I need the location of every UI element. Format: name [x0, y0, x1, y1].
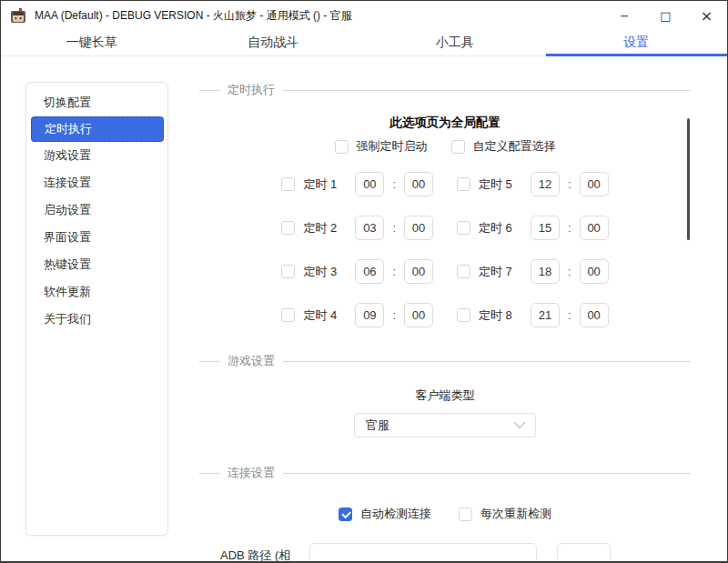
minimize-button[interactable]: −: [604, 1, 645, 30]
maximize-button[interactable]: □: [645, 1, 686, 30]
force-scheduled-start-label: 强制定时启动: [357, 138, 428, 155]
tab-tools[interactable]: 小工具: [364, 30, 546, 55]
connection-section-title: 连接设置: [228, 465, 275, 481]
timer-6-checkbox[interactable]: [457, 221, 470, 235]
force-scheduled-start-checkbox[interactable]: [335, 140, 349, 154]
timer-section-header: 定时执行: [199, 56, 691, 98]
sidebar-item-timer[interactable]: 定时执行: [31, 116, 164, 142]
timer-7-row: 定时 7 :: [457, 259, 609, 284]
divider-line: [283, 473, 691, 474]
timer-1-hour-input[interactable]: [355, 172, 384, 196]
timer-4-row: 定时 4 :: [281, 303, 433, 327]
auto-detect-connection-option[interactable]: 自动检测连接: [339, 506, 431, 522]
adb-path-browse-button[interactable]: [557, 543, 611, 562]
sidebar-item-switch-config[interactable]: 切换配置: [26, 89, 167, 116]
tab-copilot[interactable]: 自动战斗: [183, 30, 365, 55]
timer-7-checkbox[interactable]: [457, 265, 470, 278]
timer-7-minute-input[interactable]: [580, 259, 609, 284]
redetect-every-time-option[interactable]: 每次重新检测: [459, 506, 551, 522]
timer-3-checkbox[interactable]: [281, 265, 295, 278]
connection-section-header: 连接设置: [199, 465, 691, 481]
sidebar-item-connection-settings[interactable]: 连接设置: [26, 169, 167, 196]
settings-content: 切换配置 定时执行 游戏设置 连接设置 启动设置 界面设置 热键设置 软件更新 …: [1, 56, 727, 562]
app-window: MAA (Default) - DEBUG VERSION - 火山旅梦 - 通…: [0, 0, 728, 563]
sidebar-item-startup-settings[interactable]: 启动设置: [26, 196, 167, 224]
timer-8-checkbox[interactable]: [457, 308, 470, 322]
adb-path-label: ADB 路径 (相: [220, 543, 309, 562]
tab-settings[interactable]: 设置: [546, 30, 728, 55]
adb-path-input[interactable]: [309, 543, 537, 562]
global-config-note: 此选项页为全局配置: [199, 115, 691, 131]
divider-line: [199, 473, 219, 474]
connection-option-row: 自动检测连接 每次重新检测: [199, 506, 691, 522]
sidebar-item-game-settings[interactable]: 游戏设置: [26, 142, 167, 169]
sidebar-item-ui-settings[interactable]: 界面设置: [26, 224, 167, 251]
timer-grid: 定时 1 : 定时 5 : 定时 2: [281, 172, 608, 327]
timer-4-label: 定时 4: [303, 307, 346, 324]
timer-8-row: 定时 8 :: [457, 303, 609, 327]
game-section-header: 游戏设置: [199, 353, 691, 369]
timer-1-minute-input[interactable]: [404, 172, 433, 196]
colon-separator: :: [568, 265, 571, 278]
window-title: MAA (Default) - DEBUG VERSION - 火山旅梦 - 通…: [35, 8, 352, 24]
colon-separator: :: [392, 265, 396, 278]
timer-2-label: 定时 2: [303, 220, 346, 236]
main-tabbar: 一键长草 自动战斗 小工具 设置: [1, 30, 727, 56]
timer-5-row: 定时 5 :: [457, 172, 609, 196]
timer-3-minute-input[interactable]: [404, 259, 433, 284]
timer-5-hour-input[interactable]: [531, 172, 560, 196]
client-type-select[interactable]: 官服: [354, 413, 536, 437]
settings-main: 定时执行 此选项页为全局配置 强制定时启动 自定义配置选择: [199, 56, 691, 562]
chevron-down-icon: [513, 421, 526, 429]
redetect-every-time-label: 每次重新检测: [480, 506, 551, 522]
colon-separator: :: [568, 221, 571, 235]
custom-config-select-checkbox[interactable]: [451, 140, 465, 154]
divider-line: [199, 90, 219, 91]
sidebar-item-about-us[interactable]: 关于我们: [26, 306, 167, 333]
settings-sidebar: 切换配置 定时执行 游戏设置 连接设置 启动设置 界面设置 热键设置 软件更新 …: [25, 82, 168, 536]
timer-8-hour-input[interactable]: [531, 303, 560, 327]
close-button[interactable]: ×: [686, 1, 727, 30]
custom-config-select-label: 自定义配置选择: [473, 138, 556, 155]
timer-2-hour-input[interactable]: [355, 216, 384, 240]
game-section-title: 游戏设置: [228, 353, 275, 369]
auto-detect-connection-label: 自动检测连接: [360, 506, 431, 522]
timer-2-checkbox[interactable]: [281, 221, 295, 235]
timer-6-minute-input[interactable]: [580, 216, 609, 240]
force-scheduled-start-option[interactable]: 强制定时启动: [335, 138, 428, 155]
timer-6-label: 定时 6: [479, 220, 521, 236]
colon-separator: :: [392, 308, 396, 322]
timer-3-row: 定时 3 :: [281, 259, 433, 284]
timer-4-checkbox[interactable]: [281, 308, 295, 322]
sidebar-item-software-update[interactable]: 软件更新: [26, 278, 167, 306]
timer-1-checkbox[interactable]: [281, 177, 295, 191]
sidebar-item-hotkey-settings[interactable]: 热键设置: [26, 251, 167, 278]
timer-2-minute-input[interactable]: [404, 216, 433, 240]
timer-5-checkbox[interactable]: [457, 177, 470, 191]
colon-separator: :: [392, 221, 396, 235]
client-type-label: 客户端类型: [199, 387, 691, 404]
timer-4-minute-input[interactable]: [404, 303, 433, 327]
timer-8-label: 定时 8: [479, 307, 521, 324]
colon-separator: :: [568, 308, 571, 322]
timer-2-row: 定时 2 :: [281, 216, 433, 240]
timer-3-label: 定时 3: [303, 264, 346, 280]
timer-4-hour-input[interactable]: [355, 303, 384, 327]
client-type-value: 官服: [366, 417, 389, 434]
timer-3-hour-input[interactable]: [355, 259, 384, 284]
tab-farming[interactable]: 一键长草: [1, 30, 183, 55]
timer-5-label: 定时 5: [479, 176, 521, 193]
timer-6-hour-input[interactable]: [531, 216, 560, 240]
auto-detect-connection-checkbox[interactable]: [339, 508, 352, 521]
adb-path-row: ADB 路径 (相: [220, 543, 691, 562]
redetect-every-time-checkbox[interactable]: [459, 508, 472, 521]
timer-6-row: 定时 6 :: [457, 216, 609, 240]
colon-separator: :: [568, 177, 571, 191]
timer-7-hour-input[interactable]: [531, 259, 560, 284]
scrollbar-thumb[interactable]: [687, 118, 690, 240]
custom-config-select-option[interactable]: 自定义配置选择: [451, 138, 556, 155]
timer-8-minute-input[interactable]: [580, 303, 609, 327]
colon-separator: :: [392, 177, 396, 191]
timer-5-minute-input[interactable]: [580, 172, 609, 196]
timer-1-label: 定时 1: [303, 176, 346, 193]
